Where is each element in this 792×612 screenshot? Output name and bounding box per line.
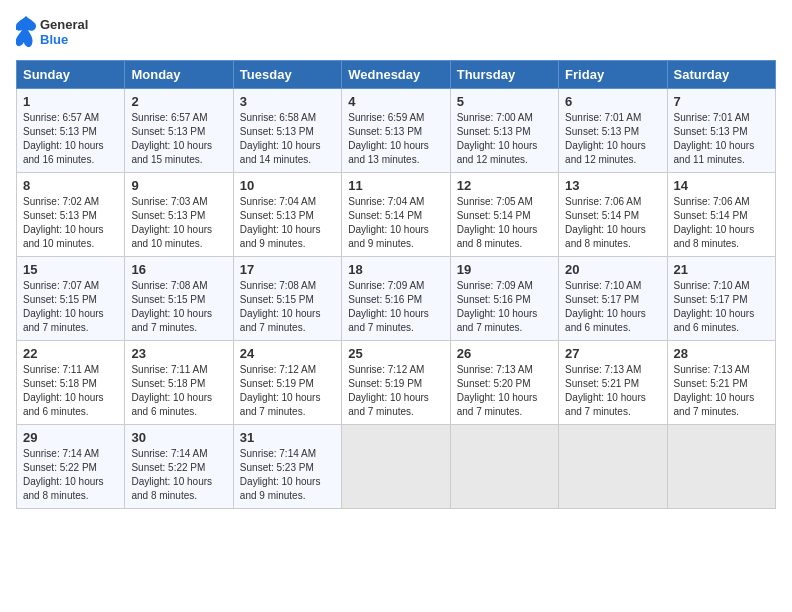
day-detail: Sunrise: 7:07 AM Sunset: 5:15 PM Dayligh…: [23, 279, 118, 335]
day-number: 25: [348, 346, 443, 361]
calendar-cell: 15Sunrise: 7:07 AM Sunset: 5:15 PM Dayli…: [17, 257, 125, 341]
calendar-cell: [450, 425, 558, 509]
calendar-cell: 14Sunrise: 7:06 AM Sunset: 5:14 PM Dayli…: [667, 173, 775, 257]
logo-general: General: [40, 17, 88, 32]
day-number: 30: [131, 430, 226, 445]
logo: General Blue: [16, 16, 88, 48]
calendar-cell: 22Sunrise: 7:11 AM Sunset: 5:18 PM Dayli…: [17, 341, 125, 425]
calendar-cell: [559, 425, 667, 509]
calendar-week-5: 29Sunrise: 7:14 AM Sunset: 5:22 PM Dayli…: [17, 425, 776, 509]
day-number: 5: [457, 94, 552, 109]
day-detail: Sunrise: 6:59 AM Sunset: 5:13 PM Dayligh…: [348, 111, 443, 167]
day-detail: Sunrise: 7:01 AM Sunset: 5:13 PM Dayligh…: [674, 111, 769, 167]
day-number: 28: [674, 346, 769, 361]
day-detail: Sunrise: 7:04 AM Sunset: 5:13 PM Dayligh…: [240, 195, 335, 251]
day-detail: Sunrise: 7:11 AM Sunset: 5:18 PM Dayligh…: [23, 363, 118, 419]
day-number: 8: [23, 178, 118, 193]
calendar-cell: 2Sunrise: 6:57 AM Sunset: 5:13 PM Daylig…: [125, 89, 233, 173]
calendar-cell: 23Sunrise: 7:11 AM Sunset: 5:18 PM Dayli…: [125, 341, 233, 425]
day-detail: Sunrise: 6:57 AM Sunset: 5:13 PM Dayligh…: [131, 111, 226, 167]
calendar-cell: 20Sunrise: 7:10 AM Sunset: 5:17 PM Dayli…: [559, 257, 667, 341]
page-header: General Blue: [16, 16, 776, 48]
calendar-cell: 18Sunrise: 7:09 AM Sunset: 5:16 PM Dayli…: [342, 257, 450, 341]
column-header-monday: Monday: [125, 61, 233, 89]
day-detail: Sunrise: 7:14 AM Sunset: 5:23 PM Dayligh…: [240, 447, 335, 503]
day-detail: Sunrise: 7:08 AM Sunset: 5:15 PM Dayligh…: [131, 279, 226, 335]
day-number: 19: [457, 262, 552, 277]
day-number: 21: [674, 262, 769, 277]
calendar-header-row: SundayMondayTuesdayWednesdayThursdayFrid…: [17, 61, 776, 89]
logo-blue: Blue: [40, 32, 88, 47]
calendar-cell: 3Sunrise: 6:58 AM Sunset: 5:13 PM Daylig…: [233, 89, 341, 173]
day-detail: Sunrise: 7:01 AM Sunset: 5:13 PM Dayligh…: [565, 111, 660, 167]
calendar-cell: 27Sunrise: 7:13 AM Sunset: 5:21 PM Dayli…: [559, 341, 667, 425]
day-number: 9: [131, 178, 226, 193]
calendar-cell: 21Sunrise: 7:10 AM Sunset: 5:17 PM Dayli…: [667, 257, 775, 341]
day-number: 20: [565, 262, 660, 277]
calendar-week-3: 15Sunrise: 7:07 AM Sunset: 5:15 PM Dayli…: [17, 257, 776, 341]
calendar-cell: 12Sunrise: 7:05 AM Sunset: 5:14 PM Dayli…: [450, 173, 558, 257]
calendar-cell: [342, 425, 450, 509]
day-number: 2: [131, 94, 226, 109]
calendar-cell: 5Sunrise: 7:00 AM Sunset: 5:13 PM Daylig…: [450, 89, 558, 173]
calendar-week-1: 1Sunrise: 6:57 AM Sunset: 5:13 PM Daylig…: [17, 89, 776, 173]
day-number: 11: [348, 178, 443, 193]
day-number: 14: [674, 178, 769, 193]
calendar-week-4: 22Sunrise: 7:11 AM Sunset: 5:18 PM Dayli…: [17, 341, 776, 425]
day-detail: Sunrise: 7:10 AM Sunset: 5:17 PM Dayligh…: [674, 279, 769, 335]
calendar-table: SundayMondayTuesdayWednesdayThursdayFrid…: [16, 60, 776, 509]
day-detail: Sunrise: 7:02 AM Sunset: 5:13 PM Dayligh…: [23, 195, 118, 251]
day-detail: Sunrise: 7:08 AM Sunset: 5:15 PM Dayligh…: [240, 279, 335, 335]
day-number: 1: [23, 94, 118, 109]
calendar-cell: 31Sunrise: 7:14 AM Sunset: 5:23 PM Dayli…: [233, 425, 341, 509]
day-number: 15: [23, 262, 118, 277]
calendar-cell: 4Sunrise: 6:59 AM Sunset: 5:13 PM Daylig…: [342, 89, 450, 173]
day-number: 12: [457, 178, 552, 193]
calendar-cell: 30Sunrise: 7:14 AM Sunset: 5:22 PM Dayli…: [125, 425, 233, 509]
calendar-cell: 13Sunrise: 7:06 AM Sunset: 5:14 PM Dayli…: [559, 173, 667, 257]
day-detail: Sunrise: 7:06 AM Sunset: 5:14 PM Dayligh…: [565, 195, 660, 251]
day-number: 22: [23, 346, 118, 361]
day-detail: Sunrise: 7:11 AM Sunset: 5:18 PM Dayligh…: [131, 363, 226, 419]
day-number: 7: [674, 94, 769, 109]
day-detail: Sunrise: 7:14 AM Sunset: 5:22 PM Dayligh…: [131, 447, 226, 503]
calendar-cell: 9Sunrise: 7:03 AM Sunset: 5:13 PM Daylig…: [125, 173, 233, 257]
logo-text: General Blue: [40, 17, 88, 47]
day-detail: Sunrise: 7:13 AM Sunset: 5:20 PM Dayligh…: [457, 363, 552, 419]
day-detail: Sunrise: 7:05 AM Sunset: 5:14 PM Dayligh…: [457, 195, 552, 251]
day-number: 27: [565, 346, 660, 361]
day-detail: Sunrise: 7:14 AM Sunset: 5:22 PM Dayligh…: [23, 447, 118, 503]
calendar-cell: 16Sunrise: 7:08 AM Sunset: 5:15 PM Dayli…: [125, 257, 233, 341]
column-header-wednesday: Wednesday: [342, 61, 450, 89]
day-detail: Sunrise: 6:58 AM Sunset: 5:13 PM Dayligh…: [240, 111, 335, 167]
day-number: 10: [240, 178, 335, 193]
day-detail: Sunrise: 7:06 AM Sunset: 5:14 PM Dayligh…: [674, 195, 769, 251]
calendar-cell: 29Sunrise: 7:14 AM Sunset: 5:22 PM Dayli…: [17, 425, 125, 509]
calendar-cell: 17Sunrise: 7:08 AM Sunset: 5:15 PM Dayli…: [233, 257, 341, 341]
day-number: 17: [240, 262, 335, 277]
day-number: 16: [131, 262, 226, 277]
logo-bird-icon: [16, 16, 36, 48]
calendar-cell: 25Sunrise: 7:12 AM Sunset: 5:19 PM Dayli…: [342, 341, 450, 425]
day-detail: Sunrise: 7:12 AM Sunset: 5:19 PM Dayligh…: [348, 363, 443, 419]
calendar-cell: 24Sunrise: 7:12 AM Sunset: 5:19 PM Dayli…: [233, 341, 341, 425]
calendar-cell: 8Sunrise: 7:02 AM Sunset: 5:13 PM Daylig…: [17, 173, 125, 257]
column-header-tuesday: Tuesday: [233, 61, 341, 89]
day-detail: Sunrise: 6:57 AM Sunset: 5:13 PM Dayligh…: [23, 111, 118, 167]
day-detail: Sunrise: 7:12 AM Sunset: 5:19 PM Dayligh…: [240, 363, 335, 419]
day-number: 18: [348, 262, 443, 277]
day-detail: Sunrise: 7:13 AM Sunset: 5:21 PM Dayligh…: [674, 363, 769, 419]
calendar-cell: 28Sunrise: 7:13 AM Sunset: 5:21 PM Dayli…: [667, 341, 775, 425]
calendar-cell: 1Sunrise: 6:57 AM Sunset: 5:13 PM Daylig…: [17, 89, 125, 173]
day-number: 31: [240, 430, 335, 445]
day-number: 6: [565, 94, 660, 109]
calendar-cell: [667, 425, 775, 509]
logo-container: General Blue: [16, 16, 88, 48]
day-number: 26: [457, 346, 552, 361]
calendar-cell: 26Sunrise: 7:13 AM Sunset: 5:20 PM Dayli…: [450, 341, 558, 425]
day-detail: Sunrise: 7:13 AM Sunset: 5:21 PM Dayligh…: [565, 363, 660, 419]
calendar-week-2: 8Sunrise: 7:02 AM Sunset: 5:13 PM Daylig…: [17, 173, 776, 257]
day-number: 4: [348, 94, 443, 109]
day-detail: Sunrise: 7:09 AM Sunset: 5:16 PM Dayligh…: [457, 279, 552, 335]
calendar-cell: 7Sunrise: 7:01 AM Sunset: 5:13 PM Daylig…: [667, 89, 775, 173]
